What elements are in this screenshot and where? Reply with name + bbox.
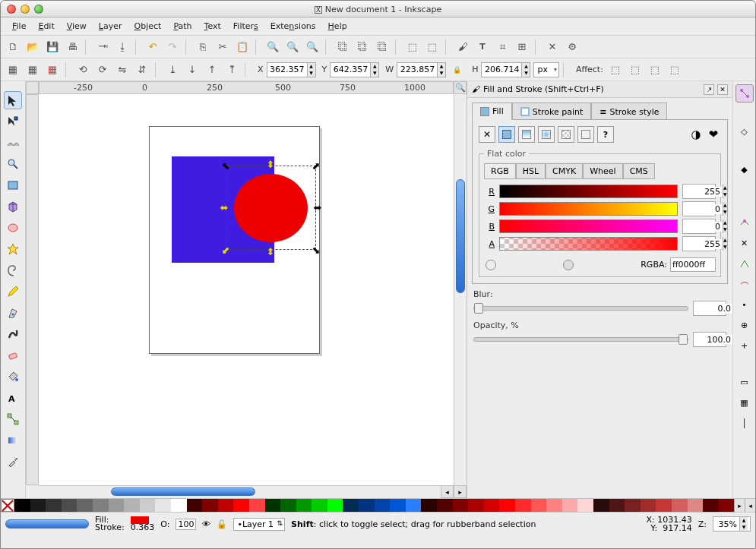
color-managed-icon[interactable]	[563, 260, 574, 270]
duplicate-icon[interactable]: ⿻	[334, 38, 352, 56]
menu-filters[interactable]: Filters	[228, 19, 264, 33]
affect-corners-icon[interactable]: ⬚	[626, 61, 644, 79]
palette-swatch[interactable]	[124, 499, 140, 512]
layer-lock-icon[interactable]: 🔓	[217, 519, 227, 529]
snap-page-icon[interactable]: ▭	[735, 373, 754, 391]
palette-swatch[interactable]	[390, 499, 406, 512]
ruler-vertical[interactable]	[26, 94, 39, 485]
menu-extensions[interactable]: Extensions	[265, 19, 321, 33]
mode-rgb[interactable]: RGB	[484, 163, 516, 179]
lock-aspect-icon[interactable]: 🔒	[448, 61, 466, 79]
palette-swatch[interactable]	[406, 499, 422, 512]
canvas[interactable]: ⬉ ⬍ ⬈ ⬌ ⬌ ⬋ ⬍ ⬊	[39, 94, 454, 485]
unlink-clone-icon[interactable]: ⿻	[373, 38, 391, 56]
print-icon[interactable]: 🖶	[63, 38, 81, 56]
undo-icon[interactable]: ↶	[144, 38, 162, 56]
paste-icon[interactable]: 📋	[233, 38, 251, 56]
blur-slider[interactable]	[473, 306, 688, 311]
opacity-slider[interactable]	[473, 337, 688, 342]
status-scroll-thumb[interactable]	[5, 519, 89, 528]
palette-swatch[interactable]	[171, 499, 187, 512]
snap-center-icon[interactable]: ⊕	[735, 316, 754, 334]
affect-stroke-icon[interactable]: ⬚	[606, 61, 625, 79]
layer-visibility-icon[interactable]: 👁	[202, 519, 210, 529]
tab-stroke-paint[interactable]: Stroke paint	[512, 103, 592, 120]
affect-pattern-icon[interactable]: ⬚	[666, 61, 684, 79]
fillrule-nonzero-icon[interactable]: ❤	[706, 127, 721, 142]
snap-intersection-icon[interactable]: ✕	[735, 234, 754, 252]
menu-text[interactable]: Text	[199, 19, 226, 33]
menu-file[interactable]: File	[7, 19, 31, 33]
palette-swatch[interactable]	[546, 499, 562, 512]
r-slider[interactable]	[499, 185, 678, 198]
palette-swatch[interactable]	[577, 499, 593, 512]
palette-swatch[interactable]	[249, 499, 265, 512]
palette-swatch[interactable]	[202, 499, 218, 512]
raise-top-icon[interactable]: ⤒	[223, 61, 241, 79]
snap-node-path-icon[interactable]	[735, 213, 754, 232]
pencil-tool-icon[interactable]	[4, 282, 22, 301]
palette-swatch[interactable]	[30, 499, 46, 512]
fill-stroke-icon[interactable]: 🖌	[454, 38, 472, 56]
palette-swatch[interactable]	[593, 499, 609, 512]
lower-bottom-icon[interactable]: ⤓	[163, 61, 182, 79]
b-input[interactable]: ▲▼	[682, 219, 716, 234]
bucket-tool-icon[interactable]	[4, 368, 22, 386]
calligraphy-tool-icon[interactable]	[4, 325, 22, 343]
ungroup-icon[interactable]: ⬚	[423, 38, 441, 56]
paint-radial-button[interactable]	[538, 126, 555, 143]
palette-swatch[interactable]	[468, 499, 484, 512]
snap-bbox-icon[interactable]: ◇	[735, 122, 754, 140]
tweak-tool-icon[interactable]	[4, 134, 22, 152]
snap-nodes-icon[interactable]: ◆	[735, 160, 754, 178]
palette-swatch[interactable]	[515, 499, 531, 512]
y-input[interactable]: ▲▼	[330, 62, 379, 77]
rotate-cw-icon[interactable]: ⟳	[93, 61, 112, 79]
palette-swatch[interactable]	[499, 499, 515, 512]
scroll-right-icon[interactable]: ▸	[454, 485, 467, 498]
a-input[interactable]: ▲▼	[682, 236, 716, 251]
copy-icon[interactable]: ⎘	[194, 38, 212, 56]
select-all-icon[interactable]: ▦	[4, 61, 22, 79]
palette-swatch[interactable]	[453, 499, 469, 512]
palette-swatch[interactable]	[93, 499, 109, 512]
unit-select[interactable]: px	[533, 62, 559, 77]
rotate-ccw-icon[interactable]: ⟲	[74, 61, 92, 79]
h-input[interactable]: ▲▼	[481, 62, 530, 77]
palette-swatch[interactable]	[343, 499, 359, 512]
flip-v-icon[interactable]: ⇵	[133, 61, 151, 79]
palette-swatch[interactable]	[531, 499, 547, 512]
snap-grid-icon[interactable]: ▦	[735, 393, 754, 412]
menu-edit[interactable]: Edit	[33, 19, 59, 33]
palette-swatch[interactable]	[327, 499, 343, 512]
layer-select[interactable]: •Layer 1	[233, 518, 285, 531]
palette-swatch[interactable]	[672, 499, 688, 512]
palette-swatch[interactable]	[46, 499, 62, 512]
save-icon[interactable]: 💾	[43, 38, 62, 56]
palette-swatch[interactable]	[421, 499, 437, 512]
redo-icon[interactable]: ↷	[163, 38, 182, 56]
export-icon[interactable]: ⭳	[113, 38, 131, 56]
cut-icon[interactable]: ✂	[214, 38, 232, 56]
menu-object[interactable]: Object	[129, 19, 167, 33]
palette-swatch[interactable]	[312, 499, 327, 512]
zoom-drawing-icon[interactable]: 🔍	[283, 38, 302, 56]
paint-linear-button[interactable]	[518, 126, 535, 143]
palette-swatch[interactable]	[140, 499, 156, 512]
rgba-input[interactable]	[670, 257, 716, 272]
snap-cusp-icon[interactable]	[735, 254, 754, 273]
zoom-input[interactable]: ▲▼	[713, 516, 751, 532]
w-input[interactable]: ▲▼	[397, 62, 446, 77]
panel-undock-icon[interactable]: ⭷	[704, 84, 714, 95]
snap-midpoint-icon[interactable]: •	[735, 295, 754, 314]
snap-guide-icon[interactable]: │	[735, 414, 754, 432]
palette-swatch[interactable]	[77, 499, 93, 512]
snap-smooth-icon[interactable]	[735, 275, 754, 293]
box3d-tool-icon[interactable]	[4, 197, 22, 216]
a-slider[interactable]	[499, 237, 678, 251]
group-icon[interactable]: ⬚	[403, 38, 422, 56]
menu-view[interactable]: View	[62, 19, 92, 33]
menu-path[interactable]: Path	[168, 19, 197, 33]
color-wheel-icon[interactable]	[486, 260, 496, 270]
palette-menu-icon[interactable]: ◂	[745, 499, 755, 512]
